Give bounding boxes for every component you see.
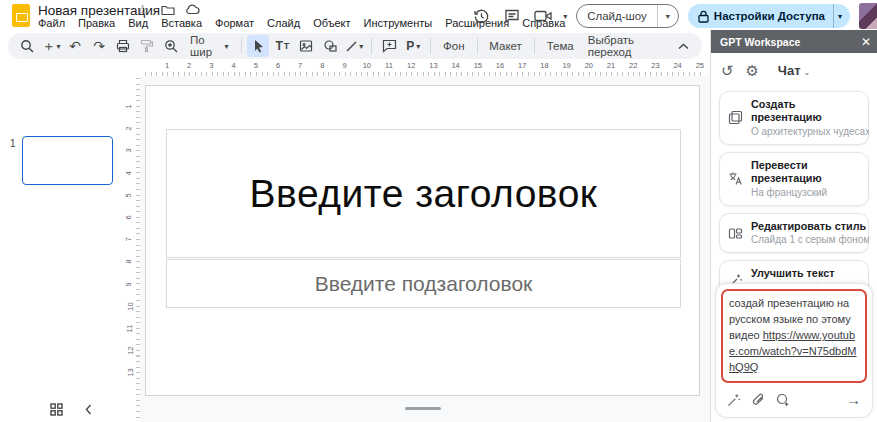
text-box-tool[interactable]: TT — [271, 35, 293, 57]
menu-Файл[interactable]: Файл — [36, 17, 67, 29]
add-context-icon[interactable] — [776, 393, 790, 407]
insert-comment-tool[interactable] — [378, 35, 400, 57]
menu-Объект[interactable]: Объект — [311, 17, 352, 29]
translate-icon — [728, 171, 743, 186]
ruler-number: 12 — [126, 347, 135, 355]
slide-editor[interactable]: Введите заголовок Введите подзаголовок — [145, 85, 700, 396]
ruler-number: 2 — [187, 61, 191, 70]
gpt-toolbar: ↺ ⚙ Чат⌄ — [711, 53, 877, 87]
card-subtitle: Слайда 1 с серым фоном, бел... — [751, 233, 869, 246]
ruler-number: 9 — [343, 61, 347, 70]
theme-button[interactable]: Тема — [541, 35, 580, 57]
card-subtitle: О архитектурных чудесах сов... — [751, 125, 869, 138]
chat-input[interactable]: создай презентацию на русском языке по э… — [721, 289, 867, 383]
menu-Формат[interactable]: Формат — [213, 17, 256, 29]
suggestion-card-style[interactable]: Редактировать стиль Слайда 1 с серым фон… — [719, 213, 869, 253]
chat-actions: → — [721, 383, 867, 412]
filmstrip-footer — [0, 403, 125, 416]
menu-Правка[interactable]: Правка — [76, 17, 117, 29]
lock-icon — [698, 10, 709, 23]
share-label: Настройки Доступа — [714, 10, 825, 22]
toolbar-separator — [371, 38, 372, 54]
move-folder-icon[interactable] — [160, 2, 175, 17]
card-title: Создать презентацию — [751, 98, 869, 125]
menu-Вставка[interactable]: Вставка — [159, 17, 204, 29]
ruler-number: 20 — [585, 61, 593, 70]
slide-thumbnail[interactable] — [22, 136, 113, 185]
slideshow-dropdown-icon[interactable]: ▾ — [657, 5, 678, 27]
menu-Вид[interactable]: Вид — [126, 17, 150, 29]
ruler-number: 23 — [651, 61, 659, 70]
meet-camera-icon[interactable] — [532, 5, 554, 27]
main-toolbar: ＋▾ ↶ ↷ По шир ▾ TT ▾ P▾ Фо — [8, 33, 702, 59]
cloud-status-icon[interactable] — [185, 2, 200, 17]
ruler-number: 3 — [124, 149, 133, 153]
version-history-icon[interactable] — [470, 5, 492, 27]
chat-mode-dropdown[interactable]: Чат⌄ — [711, 63, 877, 78]
slideshow-button[interactable]: Слайд-шоу ▾ — [576, 4, 679, 28]
slide-number: 1 — [10, 138, 16, 149]
collapse-filmstrip-icon[interactable] — [85, 404, 92, 415]
insert-shape-tool[interactable] — [319, 35, 341, 57]
speaker-notes-handle[interactable] — [405, 407, 441, 410]
slideshow-label[interactable]: Слайд-шоу — [577, 5, 657, 27]
horizontal-ruler: 1234567891011121314151617181920212223242… — [140, 61, 702, 76]
menu-Слайд[interactable]: Слайд — [265, 17, 302, 29]
ruler-number: 22 — [629, 61, 637, 70]
print-button[interactable] — [112, 35, 134, 57]
transition-button[interactable]: Выбрать переход — [582, 35, 670, 57]
close-panel-icon[interactable]: ✕ — [857, 35, 871, 49]
slide-filmstrip: 1 — [0, 60, 125, 422]
ruler-number: 7 — [298, 61, 302, 70]
attach-paperclip-icon[interactable] — [752, 393, 765, 407]
ruler-number: 6 — [276, 61, 280, 70]
ruler-number: 9 — [124, 282, 133, 286]
layout-button[interactable]: Макет — [483, 35, 528, 57]
star-icon[interactable]: ☆ — [135, 2, 150, 17]
share-button[interactable]: Настройки Доступа ▾ — [688, 4, 850, 28]
ruler-number: 5 — [254, 61, 258, 70]
menu-Инструменты[interactable]: Инструменты — [362, 17, 435, 29]
search-menus-icon[interactable] — [16, 35, 38, 57]
zoom-in-icon[interactable] — [160, 35, 182, 57]
zoom-fit-select[interactable]: По шир ▾ — [184, 35, 235, 57]
comments-icon[interactable] — [501, 5, 523, 27]
ruler-number: 1 — [165, 61, 169, 70]
suggestion-card-translate[interactable]: Перевести презентацию На французский — [719, 152, 869, 206]
new-slide-button[interactable]: ＋▾ — [40, 35, 62, 57]
subtitle-placeholder[interactable]: Введите подзаголовок — [166, 259, 681, 308]
slides-logo-icon[interactable] — [12, 4, 30, 27]
collapse-toolbar-icon[interactable] — [672, 35, 694, 57]
card-title: Улучшить текст — [751, 267, 869, 280]
title-placeholder[interactable]: Введите заголовок — [166, 129, 681, 258]
ruler-number: 10 — [126, 302, 135, 310]
meet-dropdown-icon[interactable]: ▾ — [563, 12, 567, 21]
ruler-number: 4 — [232, 61, 236, 70]
avatar[interactable] — [859, 3, 877, 29]
undo-button[interactable]: ↶ — [64, 35, 86, 57]
ruler-number: 2 — [124, 127, 133, 131]
ruler-number: 1 — [124, 104, 133, 108]
copy-icon — [728, 110, 743, 125]
suggestion-card-create[interactable]: Создать презентацию О архитектурных чуде… — [719, 91, 869, 145]
grid-view-icon[interactable] — [50, 403, 63, 416]
ruler-number: 11 — [125, 325, 134, 333]
prompt-wand-icon[interactable] — [727, 393, 741, 407]
ruler-number: 6 — [124, 215, 133, 219]
ruler-number: 24 — [673, 61, 681, 70]
gpt-panel-header: GPT Workspace ✕ — [711, 30, 877, 53]
card-title: Перевести презентацию — [751, 159, 860, 186]
select-tool[interactable] — [247, 35, 269, 57]
share-dropdown-icon[interactable]: ▾ — [833, 4, 850, 28]
redo-button[interactable]: ↷ — [88, 35, 110, 57]
ruler-number: 10 — [363, 61, 371, 70]
insert-image-tool[interactable] — [295, 35, 317, 57]
ruler-number: 11 — [385, 61, 393, 70]
paint-format-button[interactable] — [136, 35, 158, 57]
send-icon[interactable]: → — [846, 391, 861, 408]
background-button[interactable]: Фон — [437, 35, 471, 57]
insert-line-tool[interactable]: ▾ — [343, 35, 365, 57]
paragraph-styles-tool[interactable]: P▾ — [402, 35, 424, 57]
titlebar-actions: ▾ Слайд-шоу ▾ Настройки Доступа ▾ — [470, 3, 877, 29]
document-title-icons: ☆ — [135, 2, 200, 17]
